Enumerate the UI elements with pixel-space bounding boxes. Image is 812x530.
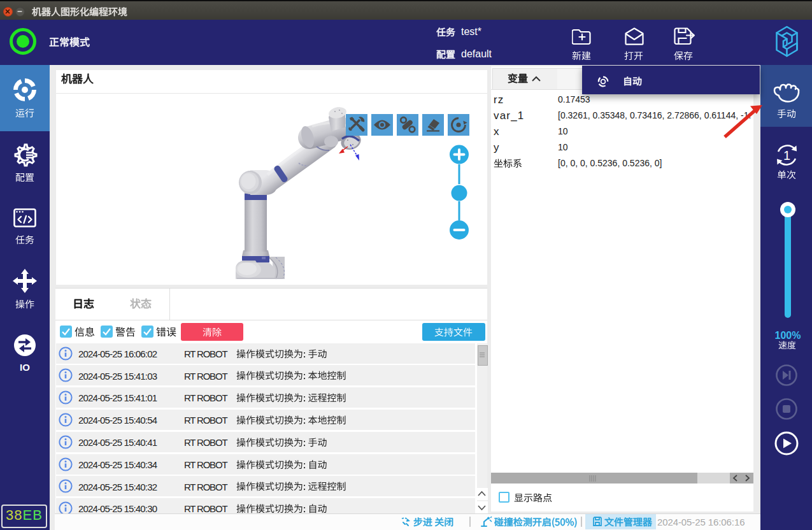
svg-text:1: 1 — [783, 148, 790, 162]
